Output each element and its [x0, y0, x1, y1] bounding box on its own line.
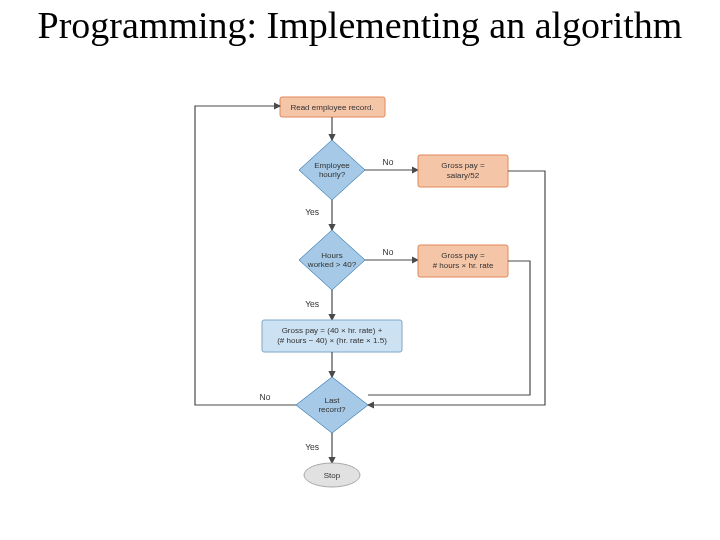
- arrow: [368, 171, 545, 405]
- hours40-no-label: No: [383, 247, 394, 257]
- salary-l1: Gross pay =: [441, 161, 485, 170]
- loop-arrow: [195, 106, 296, 405]
- ot-l2: (# hours − 40) × (hr. rate × 1.5): [277, 336, 387, 345]
- hours40-yes-label: Yes: [305, 299, 319, 309]
- hourly-yes-label: Yes: [305, 207, 319, 217]
- last-l2: record?: [318, 405, 346, 414]
- ot-l1: Gross pay = (40 × hr. rate) +: [282, 326, 383, 335]
- last-no-label: No: [260, 392, 271, 402]
- last-yes-label: Yes: [305, 442, 319, 452]
- hours40-l1: Hours: [321, 251, 342, 260]
- slide-title: Programming: Implementing an algorithm: [20, 5, 700, 47]
- regpay-l2: # hours × hr. rate: [433, 261, 494, 270]
- decision-hourly-l2: hourly?: [319, 170, 346, 179]
- hourly-no-label: No: [383, 157, 394, 167]
- read-record-label: Read employee record.: [290, 103, 373, 112]
- salary-l2: salary/52: [447, 171, 480, 180]
- regpay-l1: Gross pay =: [441, 251, 485, 260]
- stop-label: Stop: [324, 471, 341, 480]
- hours40-l2: worked > 40?: [307, 260, 357, 269]
- decision-hourly-l1: Employee: [314, 161, 350, 170]
- flowchart: Read employee record. Employee hourly? N…: [150, 95, 565, 525]
- last-l1: Last: [324, 396, 340, 405]
